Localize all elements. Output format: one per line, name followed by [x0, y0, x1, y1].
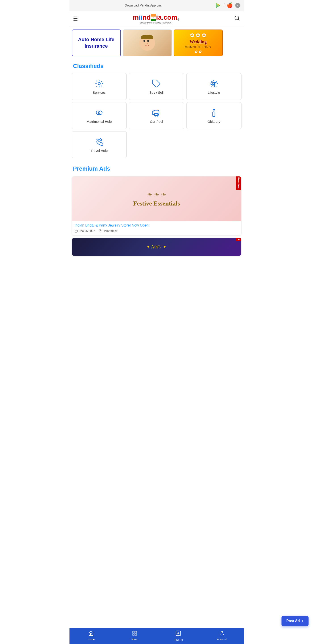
svg-point-6 [98, 111, 102, 115]
matrimonial-label: Matrimonial Help [87, 120, 112, 124]
logo: m ii nd ⊙ ia . com ® bringing community … [133, 14, 179, 24]
logo-tagline: bringing community together ! [140, 21, 172, 24]
ad-meta: Dec 05,2022 Hamtramck [75, 229, 239, 232]
tag-icon [152, 79, 161, 88]
ad-location: Hamtramck [98, 229, 117, 232]
logo-registered: ® [177, 18, 179, 21]
search-button[interactable] [234, 15, 240, 22]
svg-rect-10 [213, 112, 215, 116]
premium-ads-section: Premium Ads Premium ❧ ❧ ❧ Festive Essent… [69, 160, 244, 260]
second-ad-image: ✦ Ath♡ ✦ [72, 238, 241, 256]
buy-sell-label: Buy / Sell [149, 90, 164, 95]
classifieds-grid: Services Buy / Sell Lifestyle [69, 71, 244, 160]
hamburger-menu-icon[interactable]: ☰ [73, 16, 78, 22]
calendar-icon [75, 230, 78, 232]
logo-text-ia: ia [156, 14, 162, 21]
festive-ornament: ❧ ❧ ❧ [147, 191, 166, 198]
flower-icon [209, 79, 218, 88]
services-label: Services [93, 90, 106, 95]
premium-ad-festive[interactable]: Premium ❧ ❧ ❧ Festive Essentials Indian … [72, 176, 242, 236]
premium-ads-title: Premium Ads [69, 162, 244, 174]
premium-ad-second[interactable]: P ✦ Ath♡ ✦ [72, 238, 242, 256]
header: ☰ m ii nd ⊙ ia . com ® bringing communit… [69, 11, 244, 27]
car-icon [152, 108, 161, 117]
svg-line-1 [238, 19, 240, 20]
second-ad-text: ✦ Ath♡ ✦ [146, 244, 167, 250]
festive-ad-image: ❧ ❧ ❧ Festive Essentials [72, 176, 241, 221]
google-play-icon[interactable] [215, 2, 221, 8]
logo-text-ndia: nd [143, 14, 151, 21]
banner-close-icon[interactable]: × [235, 3, 240, 8]
flag-icon: ⊙ [151, 14, 156, 21]
wedding-subtitle: CONNECTIONS [185, 46, 211, 49]
classified-services[interactable]: Services [72, 73, 127, 100]
car-pool-label: Car Pool [150, 120, 163, 124]
insurance-banner-text: Auto Home Life Insurance [78, 36, 114, 49]
premium-badge: Premium [236, 176, 241, 190]
banner-text: Download Miindia App Lin... [73, 4, 215, 7]
app-download-banner: Download Miindia App Lin...  🍎 × [69, 0, 244, 11]
rings-icon [95, 108, 104, 117]
baby-image [123, 30, 171, 56]
logo-wrap: m ii nd ⊙ ia . com ® [133, 14, 179, 21]
location-icon [98, 230, 102, 232]
logo-text-dot: . [162, 14, 164, 21]
banner-insurance[interactable]: Auto Home Life Insurance [72, 30, 121, 56]
ad-date: Dec 05,2022 [75, 229, 95, 232]
classified-travel-help[interactable]: Travel Help [72, 131, 127, 158]
logo-text-com: com [164, 14, 177, 21]
lifestyle-label: Lifestyle [208, 90, 220, 95]
svg-point-2 [98, 82, 100, 85]
festive-title: Festive Essentials [133, 200, 180, 207]
candle-icon [209, 108, 218, 117]
banner-carousel: Auto Home Life Insurance [69, 27, 244, 59]
obituary-label: Obituary [208, 120, 220, 124]
classified-obituary[interactable]: Obituary [186, 102, 242, 129]
svg-point-15 [100, 230, 100, 231]
gear-icon [95, 79, 104, 88]
logo-text-m: m [133, 14, 139, 21]
apple-store-icon[interactable]:  🍎 [224, 2, 233, 8]
svg-rect-11 [75, 230, 77, 232]
wedding-title: Wedding [189, 39, 207, 44]
banner-store-icons:  🍎 × [215, 2, 240, 8]
classifieds-section-title: Classifieds [69, 59, 244, 71]
logo-text-ii: ii [139, 14, 143, 21]
travel-help-label: Travel Help [91, 148, 108, 153]
banner-wedding[interactable]: ✿ ✿ ✿ Wedding CONNECTIONS ✿ ✿ [174, 30, 223, 56]
banner-baby[interactable] [123, 30, 172, 56]
premium-badge-2: P [236, 238, 241, 241]
classified-car-pool[interactable]: Car Pool [129, 102, 184, 129]
ad-info: Indian Bridal & Party Jewelry Store! Now… [72, 221, 241, 235]
ad-link-text[interactable]: Indian Bridal & Party Jewelry Store! Now… [75, 224, 239, 228]
classified-lifestyle[interactable]: Lifestyle [186, 73, 242, 100]
plane-icon [95, 137, 104, 146]
classified-buy-sell[interactable]: Buy / Sell [129, 73, 184, 100]
classified-matrimonial[interactable]: Matrimonial Help [72, 102, 127, 129]
